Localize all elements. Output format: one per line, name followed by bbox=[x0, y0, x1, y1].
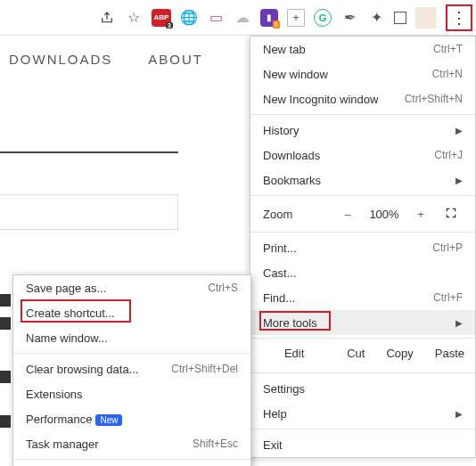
new-badge: New bbox=[95, 414, 122, 426]
more-tools-submenu: Save page as...Ctrl+S Create shortcut...… bbox=[12, 274, 251, 466]
menu-copy[interactable]: Copy bbox=[375, 347, 423, 364]
fullscreen-icon[interactable] bbox=[439, 207, 463, 222]
bg-strip bbox=[0, 294, 11, 307]
nav-downloads[interactable]: DOWNLOADS bbox=[9, 52, 112, 67]
plus-box-icon[interactable]: + bbox=[287, 9, 305, 27]
browser-toolbar: ☆ ABP3 🌐 ▭ ☁ ▮6 + G ✒ ✦ ⋮ bbox=[0, 0, 476, 36]
sidepanel-icon[interactable] bbox=[394, 12, 406, 24]
menu-bookmarks[interactable]: Bookmarks▶ bbox=[250, 168, 475, 192]
menu-downloads[interactable]: DownloadsCtrl+J bbox=[250, 143, 475, 168]
menu-find[interactable]: Find...Ctrl+F bbox=[250, 285, 475, 310]
submenu-performance[interactable]: PerformanceNew bbox=[13, 406, 250, 431]
zoom-in-button[interactable]: + bbox=[409, 208, 432, 221]
adblock-icon[interactable]: ABP3 bbox=[152, 9, 171, 27]
cloud-icon[interactable]: ☁ bbox=[234, 9, 251, 27]
chevron-right-icon: ▶ bbox=[455, 126, 463, 135]
menu-help[interactable]: Help▶ bbox=[250, 401, 475, 426]
submenu-clear-browsing[interactable]: Clear browsing data...Ctrl+Shift+Del bbox=[13, 356, 250, 381]
zoom-value: 100% bbox=[366, 208, 402, 221]
submenu-task-manager[interactable]: Task managerShift+Esc bbox=[13, 431, 250, 456]
chevron-right-icon: ▶ bbox=[455, 318, 463, 328]
grammarly-icon[interactable]: G bbox=[314, 9, 332, 27]
picture-icon[interactable]: ▭ bbox=[207, 9, 225, 27]
bg-strip bbox=[0, 317, 11, 330]
brush-icon[interactable]: ✒ bbox=[341, 9, 358, 27]
menu-paste[interactable]: Paste bbox=[424, 347, 475, 364]
chevron-right-icon: ▶ bbox=[455, 409, 463, 419]
chevron-right-icon: ▶ bbox=[455, 176, 463, 185]
chrome-main-menu: New tabCtrl+T New windowCtrl+N New Incog… bbox=[250, 36, 476, 458]
extensions-icon[interactable]: ✦ bbox=[367, 9, 385, 27]
page-hr bbox=[0, 151, 178, 153]
submenu-save-page[interactable]: Save page as...Ctrl+S bbox=[13, 275, 250, 300]
menu-new-incognito[interactable]: New Incognito windowCtrl+Shift+N bbox=[250, 86, 475, 111]
menu-print[interactable]: Print...Ctrl+P bbox=[250, 235, 475, 260]
menu-zoom: Zoom – 100% + bbox=[250, 199, 475, 229]
menu-more-tools[interactable]: More tools▶ bbox=[250, 310, 475, 335]
zoom-out-button[interactable]: – bbox=[336, 208, 359, 221]
ext-purple-icon[interactable]: ▮6 bbox=[260, 9, 278, 27]
share-icon[interactable] bbox=[98, 9, 116, 27]
menu-edit-row: Edit Cut Copy Paste bbox=[250, 341, 475, 370]
menu-edit-label: Edit bbox=[250, 347, 336, 364]
menu-settings[interactable]: Settings bbox=[250, 376, 475, 401]
kebab-menu-button[interactable]: ⋮ bbox=[446, 4, 472, 31]
submenu-name-window[interactable]: Name window... bbox=[13, 325, 250, 350]
menu-exit[interactable]: Exit bbox=[250, 432, 475, 457]
menu-new-tab[interactable]: New tabCtrl+T bbox=[250, 37, 475, 61]
submenu-extensions[interactable]: Extensions bbox=[13, 381, 250, 406]
submenu-create-shortcut[interactable]: Create shortcut... bbox=[13, 300, 250, 325]
submenu-dev-tools[interactable]: Developer toolsCtrl+Shift+I bbox=[13, 462, 250, 466]
menu-new-window[interactable]: New windowCtrl+N bbox=[250, 61, 475, 86]
menu-cut[interactable]: Cut bbox=[336, 347, 375, 364]
bg-strip bbox=[0, 371, 11, 383]
nav-about[interactable]: ABOUT bbox=[148, 52, 203, 67]
menu-history[interactable]: History▶ bbox=[250, 118, 475, 143]
bg-strip bbox=[0, 415, 11, 428]
profile-icon[interactable] bbox=[415, 7, 437, 29]
globe-icon[interactable]: 🌐 bbox=[180, 9, 198, 27]
menu-cast[interactable]: Cast... bbox=[250, 260, 475, 285]
star-icon[interactable]: ☆ bbox=[125, 9, 143, 27]
page-input[interactable]: te ... bbox=[0, 194, 178, 230]
